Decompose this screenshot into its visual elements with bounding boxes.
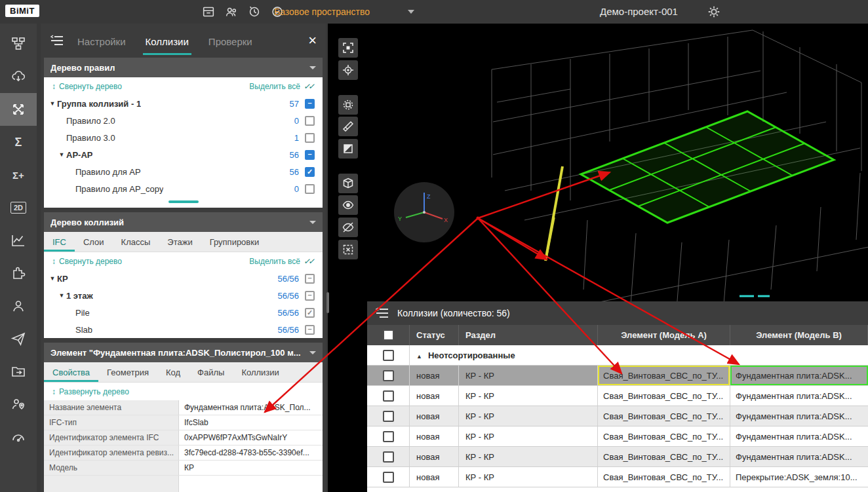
workspace-dropdown[interactable]: Базовое пространство [274, 0, 414, 24]
collision-row[interactable]: новаяКР - КРСвая_Винтовая_СВС_по_ТУ...Пе… [367, 467, 868, 487]
tab-code[interactable]: Код [157, 362, 189, 382]
tab-layers[interactable]: Слои [75, 232, 113, 252]
sidebar-item-folder-out[interactable] [0, 355, 37, 388]
model-a-cell[interactable]: Свая_Винтовая_СВС_по_ТУ... [598, 467, 730, 487]
column-header-model_a[interactable]: Элемент (Модель А) [598, 325, 730, 345]
tab-collisions[interactable]: Коллизии [143, 26, 191, 55]
panel-menu-icon[interactable] [50, 35, 64, 47]
caret-icon[interactable] [48, 100, 57, 107]
tree-item[interactable]: 1 этаж56/56 [44, 287, 323, 304]
group-checkbox[interactable] [383, 350, 394, 361]
model-a-cell[interactable]: Свая_Винтовая_СВС_по_ТУ... [598, 386, 730, 406]
tab-checks[interactable]: Проверки [206, 26, 255, 55]
checkbox[interactable] [305, 291, 315, 301]
users-icon[interactable] [224, 4, 239, 20]
row-checkbox[interactable] [383, 472, 394, 483]
archive-icon[interactable] [201, 4, 216, 20]
tab-geometry[interactable]: Геометрия [98, 362, 157, 382]
row-checkbox[interactable] [383, 390, 394, 402]
model-a-cell[interactable]: Свая_Винтовая_СВС_по_ТУ... [598, 406, 730, 426]
tab-collisions[interactable]: Коллизии [233, 362, 287, 382]
section-cell[interactable]: КР - КР [459, 467, 598, 487]
row-checkbox[interactable] [383, 431, 394, 442]
sidebar-item-share[interactable] [0, 322, 37, 355]
model-a-cell[interactable]: Свая_Винтовая_СВС_по_ТУ... [598, 426, 730, 446]
checkbox[interactable] [305, 167, 315, 177]
tab-files[interactable]: Файлы [189, 362, 233, 382]
checkbox[interactable] [305, 184, 315, 194]
sidebar-item-graphs[interactable] [0, 224, 37, 257]
status-cell[interactable]: новая [410, 447, 459, 466]
sidebar-item-2d[interactable]: 2D [0, 191, 37, 224]
caret-icon[interactable] [57, 292, 66, 299]
model-a-cell[interactable]: Свая_Винтовая_СВС_по_ТУ... [598, 366, 730, 385]
sidebar-item-user[interactable] [0, 290, 37, 322]
model-b-cell[interactable]: Фундаментная плита:ADSK... [730, 366, 868, 385]
collision-row[interactable]: новаяКР - КРСвая_Винтовая_СВС_по_ТУ...Фу… [367, 406, 868, 426]
status-cell[interactable]: новая [410, 467, 459, 487]
collision-row[interactable]: новаяКР - КРСвая_Винтовая_СВС_по_ТУ...Фу… [367, 447, 868, 467]
viewport-3d[interactable]: Z X Y Коллизии (количество: 56) СтатусРа… [328, 24, 868, 492]
section-cell[interactable]: КР - КР [459, 406, 598, 426]
model-b-cell[interactable]: Перекрытие:ADSK_земля:10... [730, 467, 868, 487]
sidebar-item-model-tree[interactable] [0, 28, 37, 60]
select-all-checkbox[interactable] [383, 330, 394, 341]
section-button[interactable] [338, 117, 358, 136]
expand-tree-link[interactable]: Развернуть дерево [52, 387, 129, 396]
panel-vscrollbar[interactable] [326, 292, 329, 313]
navigation-gizmo[interactable]: Z X Y [394, 182, 454, 242]
hide-button[interactable] [338, 218, 358, 237]
model-b-cell[interactable]: Фундаментная плита:ADSK... [730, 426, 868, 446]
focus-button[interactable] [338, 38, 358, 58]
tree-item[interactable]: Группа коллизий - 157 [44, 95, 323, 112]
section-cell[interactable]: КР - КР [459, 366, 598, 385]
row-checkbox[interactable] [383, 451, 394, 463]
checkbox[interactable] [305, 308, 315, 318]
checkbox[interactable] [305, 150, 315, 160]
isolate-button[interactable] [338, 240, 358, 259]
tab-classes[interactable]: Классы [113, 232, 159, 252]
tree-item[interactable]: Правило для АР_copy0 [44, 180, 323, 197]
checkbox[interactable] [305, 325, 315, 335]
collapse-tree-link[interactable]: Свернуть дерево [52, 82, 122, 91]
property-value[interactable]: 3fc79ecd-d288-4783-b55c-3390ef... [179, 445, 323, 460]
collapse-tree-link[interactable]: Свернуть дерево [52, 257, 122, 266]
rules-tree-header[interactable]: Дерево правил [44, 58, 323, 77]
element-section-header[interactable]: Элемент "Фундаментная плита:ADSK_Полисти… [44, 343, 323, 362]
table-menu-icon[interactable] [375, 307, 389, 319]
sidebar-item-dashboard[interactable] [0, 421, 37, 453]
collisions-tree-header[interactable]: Дерево коллизий [44, 212, 323, 232]
tree-item[interactable]: Slab56/56 [44, 321, 323, 338]
sidebar-item-collisions[interactable] [0, 93, 37, 126]
section-cell[interactable]: КР - КР [459, 386, 598, 406]
column-header-model_b[interactable]: Элемент (Модель В) [730, 325, 868, 345]
checkbox[interactable] [305, 274, 315, 284]
group-row[interactable]: Неотсортированные [367, 345, 868, 366]
tree-item[interactable]: Pile56/56 [44, 304, 323, 321]
cube-button[interactable] [338, 174, 358, 193]
collision-row[interactable]: новаяКР - КРСвая_Винтовая_СВС_по_ТУ...Фу… [367, 426, 868, 447]
row-checkbox[interactable] [383, 370, 394, 381]
tab-floors[interactable]: Этажи [159, 232, 201, 252]
tab-settings[interactable]: Настройки [75, 26, 128, 55]
property-value[interactable]: КР [179, 461, 323, 475]
sidebar-item-sum[interactable]: Σ [0, 126, 37, 159]
highlight-pile[interactable] [545, 166, 562, 261]
sidebar-item-plugins[interactable] [0, 257, 37, 290]
tree-item[interactable]: Правило 2.00 [44, 112, 323, 129]
app-logo[interactable]: BiMiT [5, 5, 39, 17]
sidebar-item-sum-plus[interactable]: Σ+ [0, 159, 37, 191]
close-icon[interactable]: × [308, 33, 317, 48]
property-value[interactable]: Фундаментная плита:ADSK_Пол... [179, 400, 323, 415]
checkbox[interactable] [305, 116, 315, 126]
row-checkbox[interactable] [383, 411, 394, 422]
column-header-section[interactable]: Раздел [459, 325, 598, 345]
caret-icon[interactable] [57, 151, 66, 158]
section-cell[interactable]: КР - КР [459, 426, 598, 446]
status-cell[interactable]: новая [410, 386, 459, 406]
rules-tree-hscrollbar[interactable] [168, 200, 199, 203]
status-cell[interactable]: новая [410, 426, 459, 446]
tab-ifc[interactable]: IFC [44, 232, 75, 252]
select-all-link[interactable]: Выделить всё [249, 257, 315, 266]
locate-button[interactable] [338, 60, 358, 80]
